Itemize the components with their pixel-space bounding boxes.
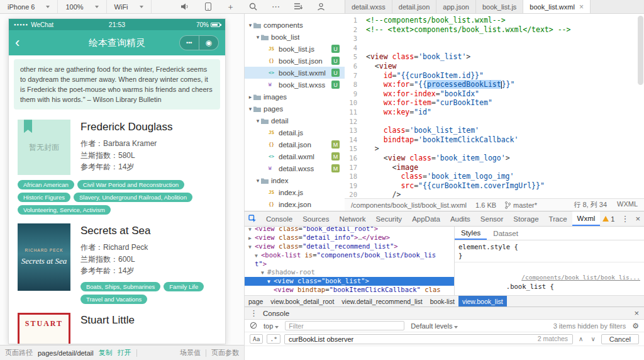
devtools-tab-audits[interactable]: Audits	[445, 211, 475, 226]
mute-icon[interactable]	[180, 2, 191, 12]
next-match-icon[interactable]: ∨	[589, 335, 597, 342]
tag-pill[interactable]: Slavery, Underground Railroad, Abolition	[74, 193, 192, 202]
breadcrumb-item[interactable]: book-list	[426, 296, 458, 307]
devtools-tab-network[interactable]: Network	[334, 211, 370, 226]
capsule-close-icon[interactable]: ◉	[199, 36, 218, 50]
zoom-selector[interactable]: 100%	[58, 0, 106, 13]
git-branch[interactable]: master*	[505, 201, 537, 209]
tag-pill[interactable]: Family Life	[164, 282, 204, 291]
back-chevron-icon[interactable]: ‹	[15, 36, 19, 50]
editor-tab-book_list.wxml[interactable]: book_list.wxml×	[523, 0, 591, 13]
tree-file-book_list.json[interactable]: {}book_list.jsonU	[245, 55, 345, 67]
console-settings-icon[interactable]: ⚙	[632, 322, 639, 330]
devtools-tab-wxml[interactable]: Wxml	[572, 211, 601, 226]
tag-pill[interactable]: Travel and Vacations	[80, 295, 147, 304]
tag-pill[interactable]: African American	[18, 180, 74, 189]
devtools-menu-icon[interactable]: ⋮	[621, 214, 629, 223]
drawer-menu-icon[interactable]: ⋮	[250, 308, 258, 318]
devtools-tab-security[interactable]: Security	[371, 211, 408, 226]
devtools-tab-storage[interactable]: Storage	[508, 211, 543, 226]
wxml-node[interactable]: ▶<view class="detail_info">…</view>	[245, 233, 454, 242]
tree-file-book_list.wxml[interactable]: <>book_list.wxmlU	[245, 67, 345, 79]
inspect-element-icon[interactable]	[248, 215, 260, 223]
more-icon[interactable]: ⋯	[271, 2, 281, 12]
book-item[interactable]: RICHARD PECKSecrets at SeaSecrets at Sea…	[9, 223, 225, 304]
capsule-more-icon[interactable]: •••	[180, 36, 198, 50]
scrollbar-thumb[interactable]	[638, 16, 643, 85]
breadcrumb-item[interactable]: page	[245, 296, 267, 307]
devtools-tab-sources[interactable]: Sources	[297, 211, 334, 226]
device-preview-icon[interactable]	[203, 2, 213, 12]
wxml-node[interactable]: <view bindtap="bookItemClickCallback" cl…	[245, 286, 454, 294]
devtools-tab-trace[interactable]: Trace	[544, 211, 572, 226]
clear-console-icon[interactable]	[250, 322, 257, 330]
add-icon[interactable]: ＋	[226, 2, 236, 12]
devtools-close-icon[interactable]: ×	[635, 214, 640, 223]
editor-tab-detail.wxss[interactable]: detail.wxss	[345, 0, 392, 13]
tag-pill[interactable]: Civil War Period and Reconstruction	[77, 180, 184, 189]
compile-mode-icon[interactable]	[294, 2, 304, 12]
wxml-node[interactable]: ▼<view class="book_detail_root">	[245, 227, 454, 233]
editor-tab-book_list.js[interactable]: book_list.js	[476, 0, 523, 13]
breadcrumb-item[interactable]: view.book_detail_root	[267, 296, 338, 307]
breadcrumb-item[interactable]: view.detail_recommend_list	[338, 296, 426, 307]
tree-file-book_list.js[interactable]: JSbook_list.jsU	[245, 43, 345, 55]
console-drawer-title[interactable]: Console	[263, 310, 289, 317]
profile-icon[interactable]	[316, 2, 326, 12]
wxml-node[interactable]: ▼<view class="book_list">	[245, 277, 454, 286]
device-selector[interactable]: iPhone 6	[0, 0, 58, 13]
tree-file-book_list.wxss[interactable]: Wbook_list.wxssU	[245, 79, 345, 91]
search-icon[interactable]	[248, 2, 258, 12]
close-tab-icon[interactable]: ×	[579, 3, 584, 11]
styles-tab-dataset[interactable]: Dataset	[487, 227, 525, 240]
editor-tab-app.json[interactable]: app.json	[436, 0, 476, 13]
book-item[interactable]: STUARTStuart Little	[9, 313, 225, 344]
regex-toggle[interactable]: .*	[267, 334, 280, 344]
devtools-tab-console[interactable]: Console	[261, 211, 297, 226]
drawer-close-icon[interactable]: ×	[634, 308, 639, 318]
wxml-node[interactable]: ▼<book-list is="components/book_list/boo…	[245, 251, 454, 260]
context-selector[interactable]: top	[264, 322, 279, 330]
tree-file-detail.js[interactable]: JSdetail.js	[245, 127, 345, 138]
scene-tab[interactable]: 场景值	[180, 348, 201, 357]
tree-folder-images[interactable]: ▸images	[245, 91, 345, 103]
styles-tab-styles[interactable]: Styles	[455, 227, 487, 240]
css-source-link[interactable]: /components/book_list/book_lis...	[521, 273, 640, 282]
wxml-node[interactable]: ▼#shadow-root	[245, 268, 454, 277]
tree-folder-book_list[interactable]: ▾book_list	[245, 31, 345, 43]
tree-file-index.json[interactable]: {}index.json	[245, 198, 345, 210]
css-rule-header[interactable]: /components/book_list/book_lis... .book_…	[458, 264, 640, 295]
tree-folder-pages[interactable]: ▾pages	[245, 103, 345, 115]
tree-file-index.js[interactable]: JSindex.js	[245, 186, 345, 198]
cursor-position-label[interactable]: 行 8, 列 34	[574, 200, 607, 210]
tag-pill[interactable]: Volunteering, Service, Activism	[18, 205, 111, 215]
wxml-node[interactable]: ▼<view class="detail_recommend_list">	[245, 242, 454, 251]
element-style-rule[interactable]: element.style {	[458, 242, 640, 251]
copy-path-link[interactable]: 复制	[99, 348, 113, 357]
breadcrumb-item[interactable]: view.book_list	[458, 296, 507, 307]
open-path-link[interactable]: 打开	[118, 348, 131, 357]
network-selector[interactable]: WiFi	[107, 0, 152, 13]
code-area[interactable]: 1<!--components/book_list.wxml-->2<!-- <…	[345, 14, 644, 198]
match-case-toggle[interactable]: Aa	[250, 334, 263, 344]
book-item[interactable]: 暂无封面Frederick Douglass作者：Barbara Kramer兰…	[9, 120, 225, 215]
page-params-tab[interactable]: 页面参数	[211, 348, 239, 357]
tree-folder-detail[interactable]: ▾detail	[245, 115, 345, 127]
wxml-node[interactable]: t">	[245, 260, 454, 268]
previous-match-icon[interactable]: ∧	[577, 335, 585, 342]
tree-file-detail.json[interactable]: {}detail.jsonM	[245, 138, 345, 150]
devtools-tab-sensor[interactable]: Sensor	[475, 211, 508, 226]
editor-tab-detail.json[interactable]: detail.json	[392, 0, 437, 13]
tree-file-detail.wxml[interactable]: <>detail.wxmlM	[245, 150, 345, 162]
tree-folder-index[interactable]: ▾index	[245, 174, 345, 186]
tree-file-detail.wxss[interactable]: Wdetail.wxssM	[245, 162, 345, 174]
tag-pill[interactable]: Historic Figures	[18, 193, 70, 202]
devtools-tab-appdata[interactable]: AppData	[407, 211, 445, 226]
cancel-search-button[interactable]: Cancel	[601, 334, 639, 344]
console-filter-input[interactable]	[285, 321, 404, 330]
log-level-selector[interactable]: Default levels	[411, 322, 458, 330]
console-search-input[interactable]	[284, 334, 573, 344]
language-mode-label[interactable]: WXML	[617, 200, 638, 210]
tag-pill[interactable]: Boats, Ships, Submarines	[80, 282, 160, 291]
warning-indicator[interactable]: 1	[602, 215, 614, 223]
